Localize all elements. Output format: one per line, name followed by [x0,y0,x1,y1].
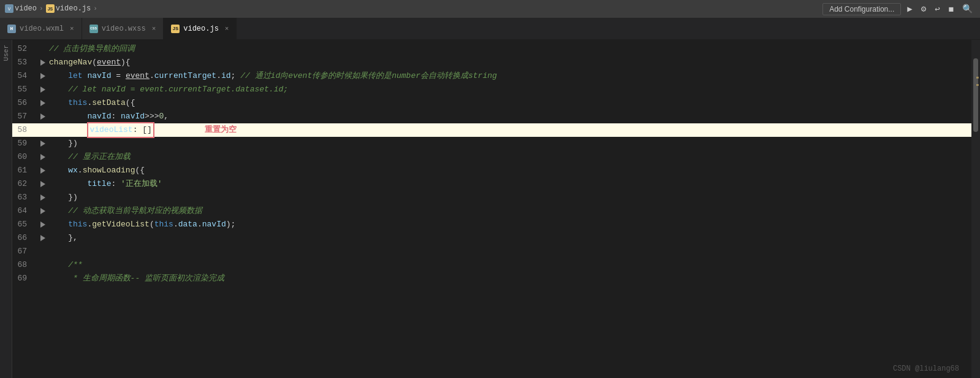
breakpoint-col [37,114,49,120]
tab-label-video-js: video.js [183,25,219,33]
editor-main[interactable]: 52 // 点击切换导航的回调 53 changeNav(event){ 54 … [12,40,971,378]
breadcrumb-separator-1: › [39,5,44,12]
line-number: 59 [12,137,37,150]
line-number: 60 [12,150,37,164]
breakpoint-arrow [40,141,45,147]
code-text: navId: navId>>>0, [49,110,971,123]
table-row: 56 this.setData({ [12,96,971,110]
line-number: 52 [12,42,37,56]
breakpoint-arrow [40,114,45,120]
breakpoint-arrow [40,222,45,228]
code-text: this.setData({ [49,96,971,110]
wxml-file-icon: H [7,25,16,33]
table-row: 59 }) [12,137,971,150]
run-icon[interactable]: ▶ [905,2,914,15]
breadcrumb-separator-2: › [93,5,97,12]
breakpoint-arrow [40,87,45,93]
table-row: 55 // let navId = event.currentTarget.da… [12,83,971,96]
annotation-label: 重置为空 [205,125,237,134]
breakpoint-arrow [40,73,45,79]
tab-close-video-wxss[interactable]: × [152,25,156,33]
tab-label-video-wxss: video.wxss [102,25,146,33]
js-file-icon: JS [171,25,180,33]
code-text: }) [49,191,971,204]
line-number: 62 [12,177,37,191]
tab-close-video-wxml[interactable]: × [70,25,74,33]
tab-video-js[interactable]: JS video.js × [164,18,237,39]
table-row: 52 // 点击切换导航的回调 [12,42,971,56]
table-row: 68 /** [12,258,971,272]
scroll-marker-2 [976,84,979,86]
tab-video-wxss[interactable]: CSS video.wxss × [82,18,164,39]
code-text: * 生命周期函数-- 监听页面初次渲染完成 [49,272,971,285]
search-icon[interactable]: 🔍 [960,2,975,15]
svg-text:JS: JS [47,7,53,11]
editor-area: User 52 // 点击切换导航的回调 53 changeNav(event)… [0,40,980,378]
breakpoint-col [37,141,49,147]
tab-bar: H video.wxml × CSS video.wxss × JS video… [0,18,980,40]
breadcrumb-item-videojs: JS video.js [46,4,91,13]
table-row: 67 [12,245,971,258]
line-number: 55 [12,83,37,96]
table-row: 54 let navId = event.currentTarget.id; /… [12,69,971,83]
table-row: 62 title: '正在加载' [12,177,971,191]
table-row: 66 }, [12,231,971,245]
table-row: 64 // 动态获取当前导航对应的视频数据 [12,204,971,218]
breakpoint-col [37,181,49,187]
breakpoint-col [37,60,49,66]
breakpoint-arrow [40,60,45,66]
breakpoint-col [37,195,49,201]
table-row: 53 changeNav(event){ [12,56,971,69]
line-number: 54 [12,69,37,83]
line-number: 53 [12,56,37,69]
line-number: 69 [12,272,37,285]
tab-video-wxml[interactable]: H video.wxml × [0,18,82,39]
code-text: // 点击切换导航的回调 [49,42,971,56]
code-text: // let navId = event.currentTarget.datas… [49,83,971,96]
table-row: 60 // 显示正在加载 [12,150,971,164]
add-configuration-button[interactable]: Add Configuration... [822,3,901,15]
code-text: /** [49,258,971,272]
right-scrollbar[interactable] [971,40,980,378]
breakpoint-arrow [40,181,45,187]
breakpoint-arrow [40,154,45,160]
top-bar: V video › JS video.js › Add Configuratio… [0,0,980,18]
debug-icon[interactable]: ⚙ [919,2,929,15]
breadcrumb-item-video: V video [5,4,37,13]
breakpoint-col [37,73,49,79]
user-gutter-label: User [2,42,10,63]
breakpoint-col [37,100,49,106]
table-row: 57 navId: navId>>>0, [12,110,971,123]
code-text: }, [49,231,971,245]
line-number: 58 [12,123,37,137]
line-number: 56 [12,96,37,110]
breakpoint-col [37,235,49,241]
tab-close-video-js[interactable]: × [225,25,229,33]
table-row: 58 videoList: [] 重置为空 [12,123,971,137]
breakpoint-arrow [40,168,45,174]
code-text: let navId = event.currentTarget.id; // 通… [49,69,971,83]
breakpoint-arrow [40,195,45,201]
table-row: 63 }) [12,191,971,204]
toolbar: Add Configuration... ▶ ⚙ ↩ ◼ 🔍 [822,2,975,15]
code-lines: 52 // 点击切换导航的回调 53 changeNav(event){ 54 … [12,40,971,285]
breakpoint-col [37,208,49,214]
breakpoint-col [37,154,49,160]
line-number: 66 [12,231,37,245]
code-text: videoList: [] 重置为空 [49,122,971,138]
line-number: 65 [12,218,37,231]
breakpoint-arrow [40,100,45,106]
stop-icon[interactable]: ◼ [946,2,956,15]
line-number: 61 [12,164,37,177]
code-text: wx.showLoading({ [49,164,971,177]
watermark: CSDN @liulang68 [893,364,959,373]
breakpoint-col [37,87,49,93]
user-gutter: User [0,40,12,378]
svg-text:V: V [8,7,11,11]
scroll-thumb[interactable] [973,58,978,132]
line-number: 68 [12,258,37,272]
step-over-icon[interactable]: ↩ [932,2,942,15]
tab-label-video-wxml: video.wxml [20,25,64,33]
line-number: 57 [12,110,37,123]
code-text: changeNav(event){ [49,56,971,69]
